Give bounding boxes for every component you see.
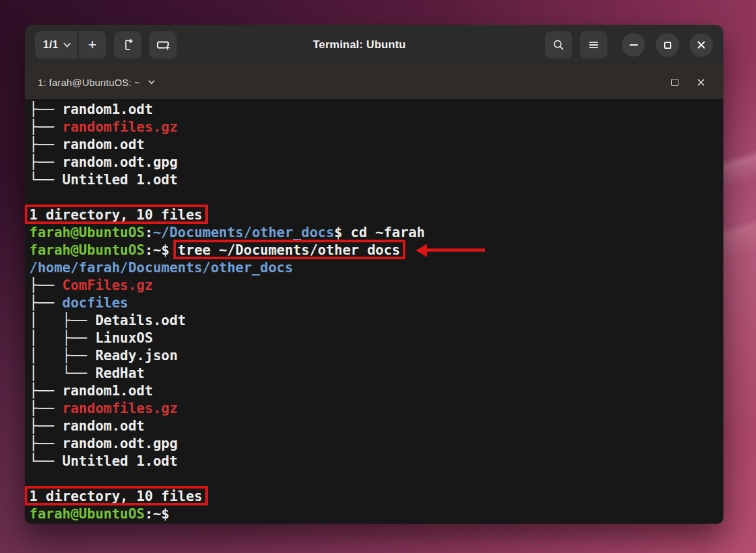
terminal-text: ├── xyxy=(29,277,63,293)
terminal-line: └── Untitled 1.odt xyxy=(29,453,723,470)
pane-close-icon xyxy=(697,78,705,87)
terminal-text: ├── xyxy=(29,436,63,451)
terminal-line: ├── randomfiles.gz xyxy=(29,119,723,136)
terminal-text: │ ├── xyxy=(29,348,95,363)
terminal-line: │ ├── Details.odt xyxy=(29,312,723,330)
plus-icon: + xyxy=(88,36,96,53)
hamburger-icon xyxy=(587,38,601,52)
chevron-down-icon xyxy=(63,40,70,47)
tab-switcher-button[interactable]: 1/1 xyxy=(35,31,78,59)
terminal-line xyxy=(29,470,723,488)
terminal-line: /home/farah/Documents/other_docs xyxy=(29,259,723,277)
terminal-line xyxy=(29,189,723,206)
terminal-text: │ └── xyxy=(29,365,95,381)
terminal-text: ├── xyxy=(29,295,63,311)
titlebar: 1/1 + Terminal: Ubuntu xyxy=(25,25,723,65)
terminal-text: random1.odt xyxy=(63,102,153,117)
annotation-arrow xyxy=(426,249,485,252)
terminal-text: ├── xyxy=(29,418,63,434)
terminal-line: farah@UbuntuOS:~$ xyxy=(29,505,723,523)
terminal-text: :~$ xyxy=(145,506,169,522)
terminal-line: 1 directory, 10 files xyxy=(29,206,723,224)
terminal-line: ├── ComFiles.gz xyxy=(29,277,723,294)
minimize-icon xyxy=(630,44,638,46)
terminal-text: └── xyxy=(29,453,63,469)
tab-counter: 1/1 xyxy=(43,39,59,51)
terminal-text: random.odt xyxy=(63,418,145,434)
terminal-text: LinuxOS xyxy=(95,330,153,346)
terminal-text: Details.odt xyxy=(95,313,186,328)
terminal-window: 1/1 + Terminal: Ubuntu xyxy=(25,25,723,524)
tab-session-label[interactable]: 1: farah@UbuntuOS: ~ xyxy=(38,77,140,88)
pane-close-button[interactable] xyxy=(691,72,710,92)
terminal-text: ├── xyxy=(29,137,63,152)
terminal-line: ├── random.odt xyxy=(29,418,723,435)
window-title: Terminal: Ubuntu xyxy=(184,38,537,51)
window-controls xyxy=(622,33,713,57)
terminal-text: └── xyxy=(29,172,63,188)
terminal-text: random.odt xyxy=(63,137,145,152)
terminal-text: farah@UbuntuOS xyxy=(29,225,145,240)
terminal-line: │ ├── Ready.json xyxy=(29,347,723,365)
desktop: { "palette": { "annot": "#dd1414", "gree… xyxy=(0,0,756,553)
close-icon xyxy=(697,40,706,50)
terminal-text: ~/Documents/other_docs xyxy=(153,225,334,240)
terminal-text: ComFiles.gz xyxy=(63,277,153,293)
terminal-line: 1 directory, 10 files xyxy=(29,488,723,505)
terminal-text: : xyxy=(145,225,153,240)
terminal-output[interactable]: ├── random1.odt├── randomfiles.gz├── ran… xyxy=(25,99,723,524)
annotation-box: tree ~/Documents/other_docs xyxy=(178,242,400,258)
terminal-text: ├── xyxy=(29,401,63,416)
terminal-line: ├── randomfiles.gz xyxy=(29,400,723,418)
terminal-line: ├── random.odt.gpg xyxy=(29,154,723,171)
terminal-line: ├── random1.odt xyxy=(29,101,723,119)
terminal-text: Untitled 1.odt xyxy=(63,453,178,469)
terminal-text: /home/farah/Documents/other_docs xyxy=(29,260,293,276)
terminal-line: └── Untitled 1.odt xyxy=(29,171,723,189)
terminal-text: ├── xyxy=(29,102,63,117)
search-icon xyxy=(551,38,566,52)
terminal-text: :~$ xyxy=(145,242,178,258)
terminal-text: random.odt.gpg xyxy=(63,436,178,451)
terminal-text: docfiles xyxy=(63,295,128,311)
terminal-line: farah@UbuntuOS:~/Documents/other_docs$ c… xyxy=(29,224,723,242)
terminal-text: farah@UbuntuOS xyxy=(29,242,145,258)
new-terminal-column-button[interactable] xyxy=(114,31,141,59)
maximize-button[interactable] xyxy=(656,33,679,57)
terminal-text: random.odt.gpg xyxy=(63,154,178,170)
terminal-text: Untitled 1.odt xyxy=(63,172,178,188)
terminal-text: RedHat xyxy=(95,365,145,381)
tab-chevron-down-icon[interactable] xyxy=(149,78,155,84)
terminal-line: farah@UbuntuOS:~$ tree ~/Documents/other… xyxy=(29,242,723,259)
terminal-text: randomfiles.gz xyxy=(63,119,178,135)
annotation-box: 1 directory, 10 files xyxy=(29,207,203,223)
terminal-text: ├── xyxy=(29,383,63,399)
terminal-text: farah@UbuntuOS xyxy=(29,506,145,522)
terminal-text: │ ├── xyxy=(29,313,95,328)
terminal-text: ├── xyxy=(29,154,63,170)
terminal-line: ├── random.odt xyxy=(29,136,723,154)
pane-maximize-button[interactable] xyxy=(665,72,684,92)
minimize-button[interactable] xyxy=(622,33,645,57)
panel-plus-icon xyxy=(121,38,135,52)
window-plus-icon xyxy=(155,37,171,53)
terminal-text: ├── xyxy=(29,119,63,135)
terminal-line: │ └── RedHat xyxy=(29,365,723,382)
terminal-text: │ ├── xyxy=(29,330,95,346)
new-terminal-window-button[interactable] xyxy=(149,31,177,59)
search-button[interactable] xyxy=(545,31,572,59)
terminal-line: ├── random1.odt xyxy=(29,382,723,400)
pane-maximize-icon xyxy=(671,79,678,86)
terminal-line: ├── docfiles xyxy=(29,294,723,312)
menu-button[interactable] xyxy=(580,31,607,59)
tab-bar: 1: farah@UbuntuOS: ~ xyxy=(25,65,723,99)
terminal-text: Ready.json xyxy=(95,348,177,363)
close-button[interactable] xyxy=(690,33,713,57)
new-tab-button[interactable]: + xyxy=(79,31,106,59)
annotation-box: 1 directory, 10 files xyxy=(29,489,203,504)
terminal-text: random1.odt xyxy=(63,383,153,399)
terminal-line: ├── random.odt.gpg xyxy=(29,435,723,453)
terminal-line: │ ├── LinuxOS xyxy=(29,330,723,347)
maximize-icon xyxy=(664,42,671,49)
tab-controls: 1/1 + xyxy=(35,31,106,59)
